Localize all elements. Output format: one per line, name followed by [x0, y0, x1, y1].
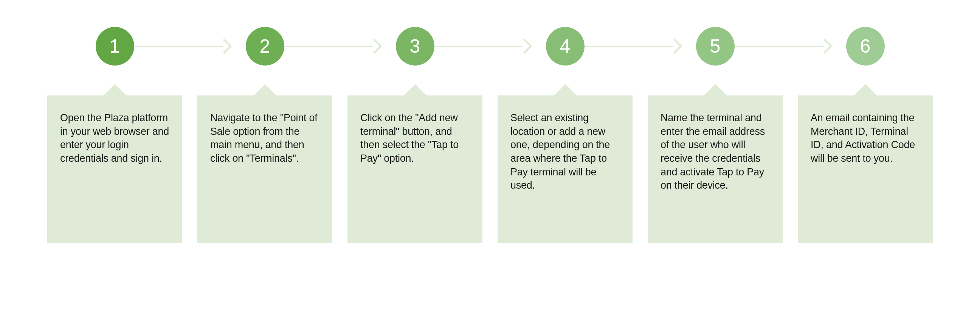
- chevron-right-icon: [373, 38, 383, 54]
- connector-line: [434, 46, 523, 47]
- step-number-badge: 3: [396, 27, 434, 66]
- step-6: 6 An email containing the Merchant ID, T…: [798, 27, 933, 296]
- chevron-right-icon: [824, 38, 833, 54]
- step-card: Name the terminal and enter the email ad…: [648, 96, 783, 243]
- step-number: 3: [410, 35, 420, 57]
- connector-line: [134, 46, 223, 47]
- step-text: Name the terminal and enter the email ad…: [660, 111, 770, 192]
- step-number: 4: [560, 35, 571, 57]
- chevron-right-icon: [523, 38, 533, 54]
- chevron-right-icon: [223, 38, 233, 54]
- step-text: Navigate to the "Point of Sale option fr…: [210, 111, 320, 165]
- step-card: An email containing the Merchant ID, Ter…: [798, 96, 933, 243]
- step-card: Click on the "Add new terminal" button, …: [347, 96, 482, 243]
- step-number: 1: [110, 35, 120, 57]
- step-number-badge: 2: [246, 27, 284, 66]
- step-number-badge: 4: [546, 27, 584, 66]
- step-number: 6: [860, 35, 871, 57]
- connector-line: [284, 46, 373, 47]
- step-text: Select an existing location or add a new…: [511, 111, 620, 192]
- process-diagram: 1 Open the Plaza platform in your web br…: [0, 0, 980, 325]
- step-number-badge: 5: [696, 27, 735, 66]
- connector-line: [735, 46, 824, 47]
- connector-line: [584, 46, 673, 47]
- steps-row: 1 Open the Plaza platform in your web br…: [47, 27, 933, 296]
- step-1: 1 Open the Plaza platform in your web br…: [47, 27, 182, 296]
- step-text: Click on the "Add new terminal" button, …: [360, 111, 469, 165]
- step-number-badge: 6: [846, 27, 885, 66]
- step-4: 4 Select an existing location or add a n…: [498, 27, 633, 296]
- badge-row: 1: [47, 27, 182, 66]
- step-card: Select an existing location or add a new…: [498, 96, 633, 243]
- step-text: Open the Plaza platform in your web brow…: [60, 111, 169, 165]
- step-card: Navigate to the "Point of Sale option fr…: [197, 96, 332, 243]
- step-number: 5: [710, 35, 721, 57]
- step-5: 5 Name the terminal and enter the email …: [648, 27, 783, 296]
- step-text: An email containing the Merchant ID, Ter…: [811, 111, 920, 165]
- step-number: 2: [260, 35, 270, 57]
- step-number-badge: 1: [95, 27, 134, 66]
- step-2: 2 Navigate to the "Point of Sale option …: [197, 27, 332, 296]
- step-3: 3 Click on the "Add new terminal" button…: [347, 27, 482, 296]
- chevron-right-icon: [673, 38, 683, 54]
- step-card: Open the Plaza platform in your web brow…: [47, 96, 182, 243]
